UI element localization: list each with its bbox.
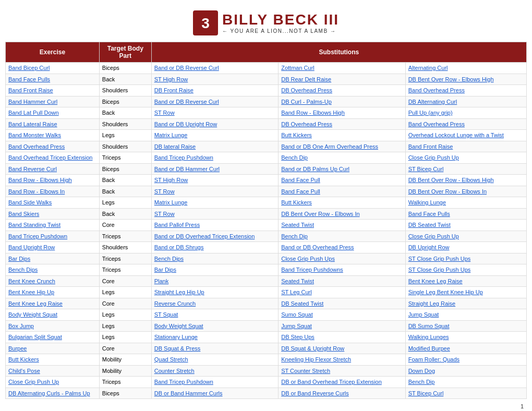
sub-cell[interactable]: Band or DB Reverse Curl xyxy=(151,96,278,107)
sub-cell[interactable]: ST High Row xyxy=(151,175,278,186)
exercise-cell[interactable]: Band Lateral Raise xyxy=(6,118,100,130)
exercise-cell[interactable]: Band Front Raise xyxy=(6,85,100,96)
sub-cell[interactable]: Kneeling Hip Flexor Stretch xyxy=(279,354,405,366)
sub-cell[interactable]: Overhead Lockout Lunge with a Twist xyxy=(405,130,526,141)
sub-cell[interactable]: Bench Dip xyxy=(405,377,526,388)
sub-cell[interactable]: Band Tricep Pushdown xyxy=(151,152,278,164)
exercise-cell[interactable]: Band Side Walks xyxy=(6,197,100,209)
sub-cell[interactable]: Alternating Curl xyxy=(405,63,526,74)
sub-cell[interactable]: Band Overhead Press xyxy=(405,118,526,130)
sub-cell[interactable]: DB Squat & Upright Row xyxy=(279,343,405,354)
exercise-cell[interactable]: Close Grip Push Up xyxy=(6,377,100,388)
exercise-cell[interactable]: Band Standing Twist xyxy=(6,220,100,231)
sub-cell[interactable]: Band or DB Overhead Tricep Extension xyxy=(151,231,278,242)
sub-cell[interactable]: DB Overhead Press xyxy=(279,85,405,96)
sub-cell[interactable]: DB Front Raise xyxy=(151,85,278,96)
sub-cell[interactable]: DB Alternating Curl xyxy=(405,96,526,107)
sub-cell[interactable]: ST Row xyxy=(151,186,278,197)
sub-cell[interactable]: Band Tricep Pushdown xyxy=(151,377,278,388)
sub-cell[interactable]: Sumo Squat xyxy=(279,309,405,321)
exercise-cell[interactable]: Band Face Pulls xyxy=(6,74,100,85)
sub-cell[interactable]: ST Bicep Curl xyxy=(405,163,526,175)
sub-cell[interactable]: ST Leg Curl xyxy=(279,287,405,298)
exercise-cell[interactable]: Band Skiers xyxy=(6,208,100,220)
sub-cell[interactable]: Band or DB Shrugs xyxy=(151,242,278,253)
sub-cell[interactable]: ST Squat xyxy=(151,309,278,321)
sub-cell[interactable]: ST High Row xyxy=(151,74,278,85)
sub-cell[interactable]: ST Close Grip Push Ups xyxy=(405,264,526,276)
sub-cell[interactable]: DB lateral Raise xyxy=(151,141,278,152)
sub-cell[interactable]: DB or Band Reverse Curls xyxy=(279,388,405,399)
sub-cell[interactable]: Band or DB Reverse Curl xyxy=(151,63,278,74)
sub-cell[interactable]: Jump Squat xyxy=(405,309,526,321)
sub-cell[interactable]: DB Curl - Palms-Up xyxy=(279,96,405,107)
sub-cell[interactable]: Quad Stretch xyxy=(151,354,278,366)
sub-cell[interactable]: Pull Up (any grip) xyxy=(405,107,526,119)
sub-cell[interactable]: DB Bent Over Row - Elbows In xyxy=(279,208,405,220)
exercise-cell[interactable]: Band Bicep Curl xyxy=(6,63,100,74)
exercise-cell[interactable]: DB Alternating Curls - Palms Up xyxy=(6,388,100,399)
exercise-cell[interactable]: Bent Knee Hip Up xyxy=(6,287,100,298)
sub-cell[interactable]: Butt Kickers xyxy=(279,130,405,141)
exercise-cell[interactable]: Butt Kickers xyxy=(6,354,100,366)
exercise-cell[interactable]: Band Hammer Curl xyxy=(6,96,100,107)
exercise-cell[interactable]: Band Overhead Tricep Extension xyxy=(6,152,100,164)
sub-cell[interactable]: Body Weight Squat xyxy=(151,320,278,332)
exercise-cell[interactable]: Band Lat Pull Down xyxy=(6,107,100,119)
sub-cell[interactable]: Band Face Pulls xyxy=(405,208,526,220)
sub-cell[interactable]: DB Bent Over Row - Elbows In xyxy=(405,186,526,197)
sub-cell[interactable]: Straight Leg Hip Up xyxy=(151,287,278,298)
sub-cell[interactable]: Band or DB Palms Up Curl xyxy=(279,163,405,175)
exercise-cell[interactable]: Child's Pose xyxy=(6,365,100,377)
sub-cell[interactable]: Butt Kickers xyxy=(279,197,405,209)
sub-cell[interactable]: Close Grip Push Up xyxy=(405,152,526,164)
sub-cell[interactable]: Jump Squat xyxy=(279,320,405,332)
exercise-cell[interactable]: Body Weight Squat xyxy=(6,309,100,321)
sub-cell[interactable]: Bent Knee Leg Raise xyxy=(405,275,526,287)
exercise-cell[interactable]: Box Jump xyxy=(6,320,100,332)
sub-cell[interactable]: DB Rear Delt Raise xyxy=(279,74,405,85)
sub-cell[interactable]: Stationary Lunge xyxy=(151,332,278,343)
exercise-cell[interactable]: Bench Dips xyxy=(6,264,100,276)
exercise-cell[interactable]: Band Tricep Pushdown xyxy=(6,231,100,242)
sub-cell[interactable]: Single Leg Bent Knee Hip Up xyxy=(405,287,526,298)
sub-cell[interactable]: Band Row - Elbows High xyxy=(279,107,405,119)
sub-cell[interactable]: Band or DB Overhead Press xyxy=(279,242,405,253)
exercise-cell[interactable]: Band Upright Row xyxy=(6,242,100,253)
sub-cell[interactable]: ST Close Grip Push Ups xyxy=(405,253,526,264)
sub-cell[interactable]: Band or DB Hammer Curl xyxy=(151,163,278,175)
sub-cell[interactable]: Seated Twist xyxy=(279,275,405,287)
sub-cell[interactable]: Plank xyxy=(151,275,278,287)
sub-cell[interactable]: Reverse Crunch xyxy=(151,298,278,309)
exercise-cell[interactable]: Bent Knee Leg Raise xyxy=(6,298,100,309)
sub-cell[interactable]: Close Grip Push Up xyxy=(405,231,526,242)
sub-cell[interactable]: DB Upright Row xyxy=(405,242,526,253)
exercise-cell[interactable]: Band Row - Elbows High xyxy=(6,175,100,186)
sub-cell[interactable]: Band Face Pull xyxy=(279,175,405,186)
sub-cell[interactable]: Close Grip Push Ups xyxy=(279,253,405,264)
exercise-cell[interactable]: Bar Dips xyxy=(6,253,100,264)
exercise-cell[interactable]: Band Reverse Curl xyxy=(6,163,100,175)
sub-cell[interactable]: ST Row xyxy=(151,208,278,220)
sub-cell[interactable]: DB Seated Twist xyxy=(405,220,526,231)
sub-cell[interactable]: DB or Band Overhead Tricep Extension xyxy=(279,377,405,388)
sub-cell[interactable]: DB Sumo Squat xyxy=(405,320,526,332)
sub-cell[interactable]: Bench Dips xyxy=(151,253,278,264)
sub-cell[interactable]: DB Seated Twist xyxy=(279,298,405,309)
sub-cell[interactable]: Modified Burpee xyxy=(405,343,526,354)
sub-cell[interactable]: DB Bent Over Row - Elbows High xyxy=(405,175,526,186)
sub-cell[interactable]: Band Tricep Pushdowns xyxy=(279,264,405,276)
sub-cell[interactable]: Band Pallof Press xyxy=(151,220,278,231)
exercise-cell[interactable]: Bent Knee Crunch xyxy=(6,275,100,287)
sub-cell[interactable]: Down Dog xyxy=(405,365,526,377)
sub-cell[interactable]: DB or Band Hammer Curls xyxy=(151,388,278,399)
sub-cell[interactable]: Bench Dip xyxy=(279,152,405,164)
sub-cell[interactable]: Bench Dip xyxy=(279,231,405,242)
sub-cell[interactable]: Zottman Curl xyxy=(279,63,405,74)
sub-cell[interactable]: Counter Stretch xyxy=(151,365,278,377)
sub-cell[interactable]: Bar Dips xyxy=(151,264,278,276)
exercise-cell[interactable]: Band Overhead Press xyxy=(6,141,100,152)
sub-cell[interactable]: Matrix Lunge xyxy=(151,130,278,141)
exercise-cell[interactable]: Bulgarian Split Squat xyxy=(6,332,100,343)
sub-cell[interactable]: Walking Lunge xyxy=(405,197,526,209)
